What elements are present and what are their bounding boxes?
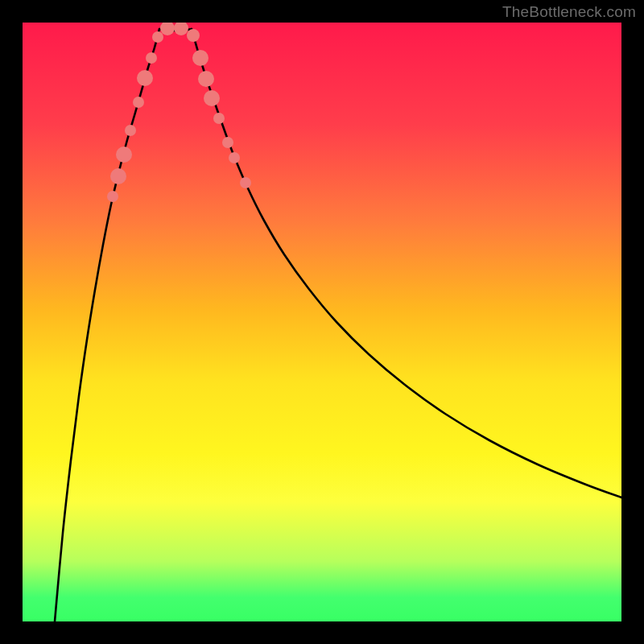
marker-point [137, 70, 153, 86]
marker-point [133, 97, 144, 108]
marker-point [187, 29, 200, 42]
marker-point [152, 31, 163, 43]
plot-area [23, 23, 621, 621]
marker-point [125, 125, 136, 136]
curve-left-branch [55, 29, 159, 621]
marker-point [116, 147, 132, 163]
marker-point [240, 177, 251, 188]
marker-point [222, 137, 233, 148]
marker-point [229, 152, 240, 163]
chart-svg [23, 23, 621, 621]
marker-point [110, 168, 126, 184]
marker-point [174, 23, 188, 35]
marker-point [192, 50, 208, 66]
marker-point [160, 23, 175, 35]
watermark-text: TheBottleneck.com [502, 3, 636, 21]
marker-point [213, 113, 225, 124]
chart-frame: TheBottleneck.com [0, 0, 644, 644]
marker-point [107, 191, 118, 202]
marker-point [204, 90, 220, 106]
curve-right-branch [192, 29, 621, 497]
marker-point [146, 52, 157, 64]
marker-point [198, 71, 214, 87]
